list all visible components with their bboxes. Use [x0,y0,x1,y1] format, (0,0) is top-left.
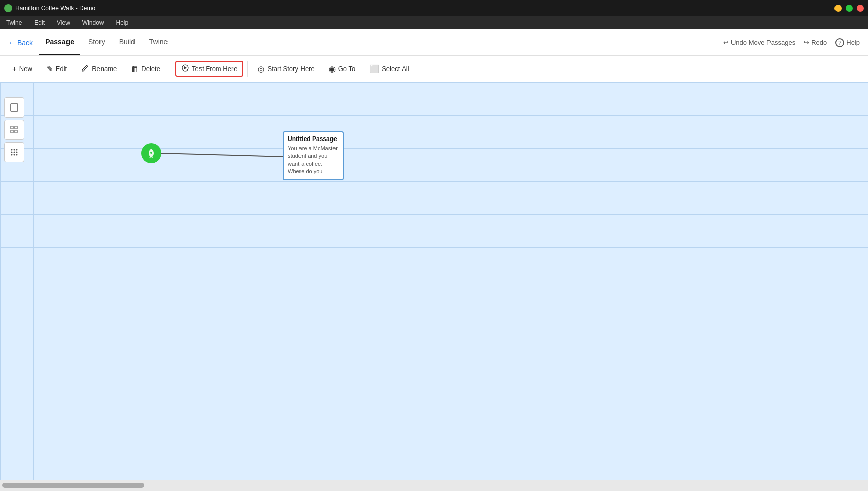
svg-rect-5 [15,126,17,129]
navbar: ← Back Passage Story Build Twine ↩ Undo … [0,29,868,56]
start-node[interactable] [141,143,161,163]
back-arrow-icon: ← [8,39,15,47]
redo-label: Redo [811,39,827,46]
go-to-label: Go To [338,65,355,73]
new-button[interactable]: + New [6,61,39,76]
menu-edit[interactable]: Edit [32,18,47,27]
back-label: Back [17,39,33,47]
edit-button[interactable]: ✎ Edit [41,61,73,77]
toolbar: + New ✎ Edit Rename 🗑 Delete Test From H… [0,56,868,82]
minimize-button[interactable]: — [834,5,842,12]
tab-story[interactable]: Story [82,29,111,55]
select-all-icon: ⬜ [370,64,379,74]
rename-label: Rename [92,65,117,73]
menu-window[interactable]: Window [80,18,106,27]
start-story-label: Start Story Here [267,65,314,73]
start-story-icon: ◎ [258,64,264,74]
passage-card[interactable]: Untitled Passage You are a McMaster stud… [283,131,344,180]
story-canvas[interactable]: Untitled Passage You are a McMaster stud… [0,82,868,480]
svg-point-2 [150,152,152,154]
rename-icon [81,64,89,74]
svg-rect-3 [11,104,18,111]
zoom-dots-button[interactable] [4,142,24,162]
test-from-here-icon [181,64,189,74]
close-button[interactable]: ✕ [857,5,864,12]
app-icon [4,4,12,12]
svg-point-12 [14,152,15,153]
tab-twine[interactable]: Twine [143,29,174,55]
svg-point-14 [11,154,13,156]
edit-icon: ✎ [47,64,53,74]
help-label: Help [846,39,860,46]
svg-point-16 [16,154,18,156]
scrollbar-thumb[interactable] [2,483,144,488]
undo-icon: ↩ [723,39,729,46]
delete-label: Delete [141,65,160,73]
titlebar: Hamilton Coffee Walk - Demo — □ ✕ [0,0,868,16]
undo-label: Undo Move Passages [731,39,795,46]
help-button[interactable]: ? Help [835,38,860,47]
svg-point-13 [16,152,18,153]
menu-help[interactable]: Help [114,18,131,27]
rename-button[interactable]: Rename [75,61,123,77]
connector-svg [0,82,868,480]
go-to-icon: ◉ [329,64,336,74]
menu-view[interactable]: View [55,18,72,27]
zoom-fit-button[interactable] [4,97,24,118]
go-to-button[interactable]: ◉ Go To [323,61,361,77]
help-circle-icon: ? [835,38,844,47]
window-title: Hamilton Coffee Walk - Demo [15,5,834,12]
delete-button[interactable]: 🗑 Delete [125,61,166,76]
delete-icon: 🗑 [131,64,139,73]
bottom-tools [4,97,24,162]
svg-rect-7 [15,130,17,133]
redo-icon: ↪ [804,39,809,46]
passage-card-title: Untitled Passage [288,135,339,143]
rocket-icon [146,148,157,159]
zoom-dots-icon [9,147,19,157]
tab-build[interactable]: Build [113,29,141,55]
test-from-here-label: Test From Here [192,65,238,73]
select-all-label: Select All [382,65,409,73]
back-button[interactable]: ← Back [8,39,33,47]
svg-rect-6 [11,130,13,133]
svg-line-1 [161,153,283,157]
menu-twine[interactable]: Twine [4,18,24,27]
undo-move-passages-button[interactable]: ↩ Undo Move Passages [723,39,795,46]
navbar-right: ↩ Undo Move Passages ↪ Redo ? Help [723,38,860,47]
svg-rect-4 [11,126,13,129]
bottom-scrollbar[interactable] [0,480,868,491]
svg-point-8 [11,149,13,151]
svg-point-10 [16,149,18,151]
menubar: Twine Edit View Window Help [0,16,868,29]
svg-point-15 [14,154,15,156]
edit-label: Edit [56,65,67,73]
start-story-here-button[interactable]: ◎ Start Story Here [252,61,320,77]
redo-button[interactable]: ↪ Redo [804,39,827,46]
zoom-grid-icon [9,125,19,135]
tab-passage[interactable]: Passage [39,29,80,55]
svg-point-9 [14,149,15,151]
toolbar-divider-2 [247,61,248,77]
new-label: New [19,65,32,73]
passage-card-text: You are a McMaster student and you want … [288,145,339,176]
svg-point-11 [11,152,13,153]
test-from-here-button[interactable]: Test From Here [175,61,244,77]
new-icon: + [12,64,17,73]
maximize-button[interactable]: □ [846,5,853,12]
zoom-fit-icon [9,102,19,113]
toolbar-divider-1 [171,61,171,77]
select-all-button[interactable]: ⬜ Select All [363,61,415,77]
window-controls: — □ ✕ [834,5,864,12]
zoom-grid-button[interactable] [4,120,24,140]
